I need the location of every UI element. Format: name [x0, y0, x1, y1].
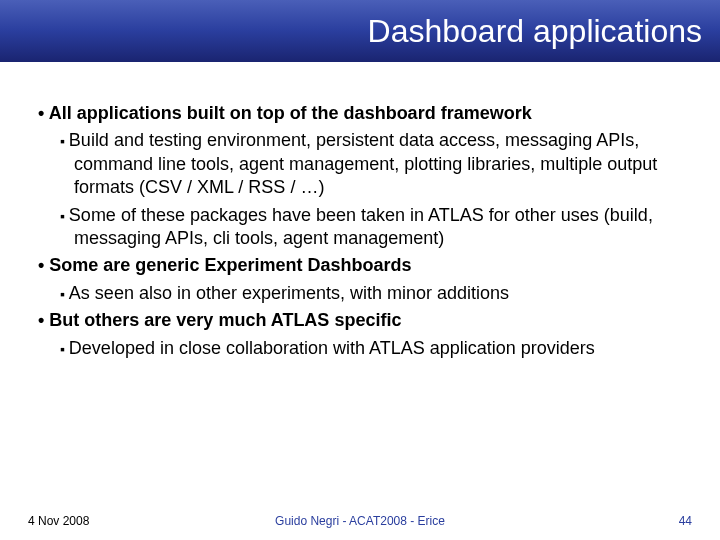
bullet-sub-item: As seen also in other experiments, with …	[60, 282, 682, 305]
slide-title: Dashboard applications	[368, 13, 702, 50]
footer-page-number: 44	[679, 514, 692, 528]
bullet-sub-item: Build and testing environment, persisten…	[60, 129, 682, 199]
bullet-sub-item: Developed in close collaboration with AT…	[60, 337, 682, 360]
slide-title-bar: Dashboard applications	[0, 0, 720, 62]
slide-content: All applications built on top of the das…	[0, 62, 720, 360]
slide-footer: 4 Nov 2008 Guido Negri - ACAT2008 - Eric…	[0, 514, 720, 528]
bullet-item: But others are very much ATLAS specific	[38, 309, 682, 332]
bullet-item: All applications built on top of the das…	[38, 102, 682, 125]
footer-date: 4 Nov 2008	[28, 514, 89, 528]
footer-author: Guido Negri - ACAT2008 - Erice	[275, 514, 445, 528]
bullet-sub-item: Some of these packages have been taken i…	[60, 204, 682, 251]
bullet-item: Some are generic Experiment Dashboards	[38, 254, 682, 277]
